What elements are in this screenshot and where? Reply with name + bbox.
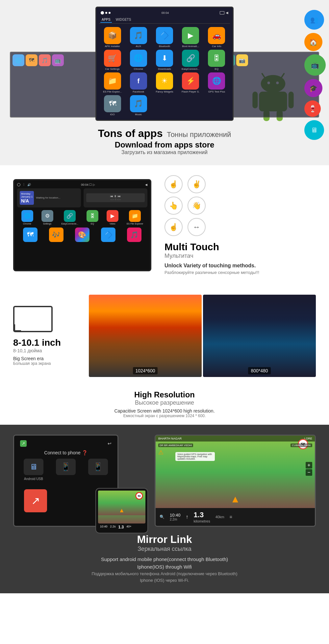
float-desktop-icon: 🖥: [304, 120, 324, 140]
app-item-eq[interactable]: 🎛 EQ: [205, 50, 229, 70]
app-label-carinfo: Car Info: [212, 45, 221, 48]
app-item-fancywidgets[interactable]: ☀ Fancy Widgets: [152, 72, 176, 93]
battery-icon: [220, 11, 224, 14]
esfile-icon: 📁: [104, 72, 121, 90]
app-item-music[interactable]: 🎵 Music: [126, 95, 150, 116]
mirror-screens-row: ↗ ↩ Connect to phone ❓ 🖥 Android USB 📱 📱…: [13, 435, 316, 527]
phone-time: 10:40: [100, 525, 108, 529]
app-label-boot: Boot Animati...: [182, 45, 199, 48]
gps-info-bar: 🔍 10:40 2.2m ↑ 1.3 kilometres 40km ≡: [156, 508, 315, 526]
zoom-out-button[interactable]: −: [306, 469, 312, 476]
gpstest-icon: 🌐: [208, 72, 225, 90]
mirror-desc-en: Support android mobile phone(connect thr…: [91, 556, 237, 571]
mt-apps-row-1: 🌐 Chrome ⚙ Settings 🔗 EasyConnecte... 🎛 …: [17, 210, 147, 225]
mirror-title-ru: Зеркальная ссылка: [91, 546, 237, 552]
touch-icon-6: ↔: [188, 218, 206, 236]
bt-phone-icon: 📱: [88, 459, 108, 475]
app-label-fancywidgets: Fancy Widgets: [156, 90, 173, 93]
share-icon: ↗: [24, 489, 47, 512]
app-label-music: Music: [135, 113, 142, 116]
screen-icons-right: ◀: [220, 11, 228, 14]
resolution-label-2: 800*480: [248, 367, 270, 374]
touch-icon-1: ☝: [164, 175, 183, 193]
mt-app-esfile: 📁 ES File Explorer: [127, 210, 143, 225]
connect-title: Connect to phone ❓: [17, 450, 114, 455]
section-mirror: ↗ ↩ Connect to phone ❓ 🖥 Android USB 📱 📱…: [0, 425, 329, 593]
gps-search-icon: 🔍: [160, 515, 164, 519]
mt-bottom-row: 🗺 🎶 🎨 🔷 🎵: [17, 228, 147, 242]
apps-grid: 📦 APK Installer 🎵 AUX 🔷 Bluetooth ▶ Boot…: [99, 26, 230, 117]
touch-icons-grid: ☝ ✌ 👆 👋 ☝ ↔: [164, 175, 309, 236]
res-title-en: High Resolution: [13, 390, 316, 399]
resolution-label-1: 1024*600: [133, 367, 158, 374]
mt-easyconnect-label: EasyConnecte...: [62, 223, 78, 225]
res-desc-en: Capacitive Screen with 1024*600 high res…: [13, 408, 316, 414]
warning-triangle-icon: ⚠: [158, 449, 164, 456]
gps-distance-display: 1.3 kilometres: [194, 511, 210, 523]
screen-desc-en: Big Screen era: [13, 356, 79, 361]
app-label-gpstest: GPS Test Plus: [208, 90, 225, 93]
mirror-nav-bar: ↗ ↩: [17, 439, 114, 448]
downloads-icon: ⬇: [156, 50, 173, 67]
apps-subtitle-ru: Загрузить из магазина приложений: [98, 149, 231, 155]
app-label-chrome: Chrome: [134, 67, 143, 70]
screen-size-en: 8-10.1 inch: [13, 337, 79, 348]
app-item-carsettings[interactable]: 🛒 Car Settings: [100, 50, 124, 70]
app-label-aux: AUX: [136, 45, 141, 48]
app-item-facebook[interactable]: f Facebook: [126, 72, 150, 93]
app-item-apk[interactable]: 📦 APK Installer: [100, 27, 124, 48]
gps-menu-icon: ≡: [230, 514, 232, 520]
app-label-igo: iGO: [110, 113, 114, 116]
floating-icons: 👥 🏠 📺 🎓 🍷 🖥: [304, 10, 326, 140]
mt-media-card: ⏮ ⏸ ⏭ --:-- / --:--: [84, 188, 147, 207]
float-tv-icon: 📺: [304, 54, 326, 76]
carinfo-icon: 🚗: [208, 27, 225, 44]
app-item-bluetooth[interactable]: 🔷 Bluetooth: [152, 27, 176, 48]
app-item-igo[interactable]: 🗺 iGO: [100, 95, 124, 116]
app-label-easyconnect: EasyConnect...: [182, 67, 199, 70]
app-item-downloads[interactable]: ⬇ Downloads: [152, 50, 176, 70]
mt-apps-area: Monday January 1 N/A Waiting for locatio…: [17, 188, 147, 207]
gps-road-labels: DR BR AMBEDKAR VEDHI CUBBON PARK: [156, 442, 315, 448]
gps-time-display: 10:40 2.2m: [170, 513, 181, 521]
app-item-chrome[interactable]: 🌐 Chrome: [126, 50, 150, 70]
screen-images: 1024*600 800*480: [89, 295, 316, 377]
mt-screen-header: ⋮ 🔊 00:04 ☐ ▷ ◀: [17, 183, 147, 186]
app-label-bluetooth: Bluetooth: [159, 45, 170, 48]
app-item-boot[interactable]: ▶ Boot Animati...: [179, 27, 203, 48]
app-item-esfile[interactable]: 📁 ES File Explor...: [100, 72, 124, 93]
facebook-icon: f: [130, 72, 147, 90]
gps-km-label: 40km: [215, 515, 224, 519]
app-label-downloads: Downloads: [158, 67, 171, 70]
mt-video-label: Video: [110, 223, 115, 225]
mt-eq-icon: 🎛: [87, 210, 98, 222]
phone-km: 1.3: [118, 525, 124, 529]
section-apps: 🌐 🗺 🎵 📺 📁 💬 📷 00:04: [0, 0, 329, 165]
aux-icon: 🎵: [130, 27, 147, 44]
tab-widgets[interactable]: WIDGETS: [114, 17, 133, 23]
gps-eta: 2.2m: [170, 518, 181, 521]
bluetooth-icon: 🔷: [156, 27, 173, 44]
mt-settings-label: Settings: [43, 223, 51, 225]
phone-arrow: ▲: [119, 507, 125, 514]
mirror-title-en: Mirror Link: [91, 533, 237, 546]
app-label-facebook: Facebook: [133, 90, 144, 93]
app-item-aux[interactable]: 🎵 AUX: [126, 27, 150, 48]
phone-screen: 50 ▲: [98, 491, 145, 523]
tab-apps[interactable]: APPS: [100, 17, 112, 23]
mirror-back-icon: ↩: [108, 441, 112, 446]
app-item-gpstest[interactable]: 🌐 GPS Test Plus: [205, 72, 229, 93]
phone-dist: 2.2s: [110, 525, 116, 529]
app-label-esfile: ES File Explor...: [103, 90, 122, 93]
app-item-carinfo[interactable]: 🚗 Car Info: [205, 27, 229, 48]
app-item-easyconnect[interactable]: 🔗 EasyConnect...: [179, 50, 203, 70]
app-item-flashplayer[interactable]: ⚡ Flash Player S.: [179, 72, 203, 93]
eq-icon: 🎛: [208, 50, 225, 67]
mt-app-settings: ⚙ Settings: [41, 210, 53, 225]
zoom-in-button[interactable]: +: [306, 462, 312, 469]
flashplayer-icon: ⚡: [182, 72, 199, 90]
menu-icon: ◀: [226, 11, 228, 14]
multitouch-ru-title: Мультитач: [164, 253, 309, 259]
mt-eq-label: EQ: [91, 223, 94, 225]
app-label-eq: EQ: [215, 67, 219, 70]
